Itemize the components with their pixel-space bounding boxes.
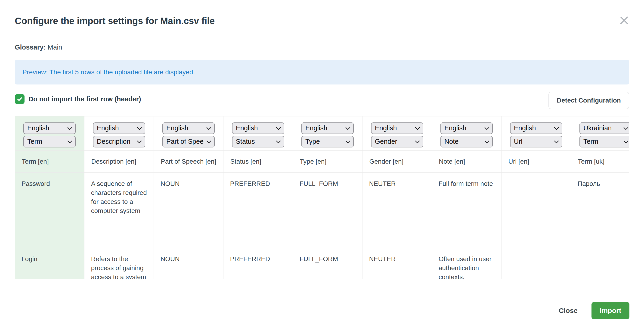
preview-table: EnglishTermEnglishDescriptionEnglishPart… <box>15 116 629 279</box>
column-field-select[interactable]: Status <box>232 136 284 147</box>
glossary-label: Glossary: <box>15 44 46 51</box>
table-cell: NOUN <box>154 173 224 248</box>
column-mapping-cell: EnglishPart of Speech <box>154 116 224 151</box>
table-cell: Password <box>15 173 84 248</box>
column-field-select[interactable]: Description <box>93 136 145 147</box>
select-wrap: English <box>162 122 215 134</box>
table-cell: PREFERRED <box>224 248 293 279</box>
select-wrap: English <box>302 122 354 134</box>
select-wrap: English <box>440 122 493 134</box>
select-wrap: Url <box>510 136 562 147</box>
column-mapping-cell: EnglishGender <box>362 116 432 151</box>
dialog-title: Configure the import settings for Main.c… <box>15 16 215 26</box>
column-mapping-cell: EnglishDescription <box>84 116 154 151</box>
column-header-cell: Term [uk] <box>571 151 629 173</box>
column-language-select[interactable]: Ukrainian <box>580 122 629 134</box>
column-field-select[interactable]: Part of Speech <box>162 136 215 147</box>
column-language-select[interactable]: English <box>162 122 215 134</box>
column-mapping-cell: EnglishStatus <box>224 116 293 151</box>
column-field-select[interactable]: Term <box>580 136 629 147</box>
select-wrap: English <box>371 122 423 134</box>
preview-table-scroll-area[interactable]: EnglishTermEnglishDescriptionEnglishPart… <box>15 116 629 279</box>
detect-configuration-button[interactable]: Detect Configuration <box>548 92 629 109</box>
column-language-select[interactable]: English <box>510 122 562 134</box>
check-icon <box>16 96 23 102</box>
select-wrap: English <box>510 122 562 134</box>
column-mapping-cell: EnglishType <box>293 116 362 151</box>
column-mapping-cell: EnglishUrl <box>502 116 571 151</box>
table-cell: FULL_FORM <box>293 173 362 248</box>
select-wrap: Note <box>440 136 493 147</box>
table-cell: PREFERRED <box>224 173 293 248</box>
import-button[interactable]: Import <box>592 302 630 319</box>
column-field-select[interactable]: Type <box>302 136 354 147</box>
select-wrap: Type <box>302 136 354 147</box>
select-wrap: Gender <box>371 136 423 147</box>
table-cell <box>571 248 629 279</box>
table-cell: Login <box>15 248 84 279</box>
import-settings-dialog: Configure the import settings for Main.c… <box>0 0 644 334</box>
column-header-cell: Status [en] <box>224 151 293 173</box>
column-mapping-cell: UkrainianTerm <box>571 116 629 151</box>
column-header-cell: Gender [en] <box>362 151 432 173</box>
preview-notice-banner: Preview: The first 5 rows of the uploade… <box>15 60 629 85</box>
column-language-select[interactable]: English <box>23 122 76 134</box>
select-wrap: Status <box>232 136 284 147</box>
select-wrap: English <box>93 122 145 134</box>
table-cell: A sequence of characters required for ac… <box>84 173 154 248</box>
preview-notice-text: Preview: The first 5 rows of the uploade… <box>22 68 195 76</box>
select-wrap: Description <box>93 136 145 147</box>
column-header-cell: Term [en] <box>15 151 84 173</box>
column-mapping-cell: EnglishNote <box>432 116 502 151</box>
column-language-select[interactable]: English <box>440 122 493 134</box>
glossary-line: Glossary: Main <box>15 44 62 51</box>
select-wrap: English <box>23 122 76 134</box>
table-cell: NOUN <box>154 248 224 279</box>
column-language-select[interactable]: English <box>302 122 354 134</box>
select-wrap: Ukrainian <box>580 122 629 134</box>
column-header-cell: Description [en] <box>84 151 154 173</box>
header-row-option: Do not import the first row (header) <box>15 94 141 104</box>
select-wrap: Term <box>580 136 629 147</box>
header-checkbox-label[interactable]: Do not import the first row (header) <box>28 95 141 103</box>
close-button[interactable]: Close <box>556 307 580 314</box>
column-field-select[interactable]: Note <box>440 136 493 147</box>
column-header-cell: Type [en] <box>293 151 362 173</box>
table-cell: NEUTER <box>362 173 432 248</box>
table-cell: FULL_FORM <box>293 248 362 279</box>
column-header-cell: Part of Speech [en] <box>154 151 224 173</box>
select-wrap: Part of Speech <box>162 136 215 147</box>
table-cell <box>502 173 571 248</box>
select-wrap: Term <box>23 136 76 147</box>
header-checkbox[interactable] <box>15 94 24 104</box>
column-field-select[interactable]: Gender <box>371 136 423 147</box>
column-language-select[interactable]: English <box>93 122 145 134</box>
column-field-select[interactable]: Url <box>510 136 562 147</box>
table-cell: Refers to the process of gaining access … <box>84 248 154 279</box>
select-wrap: English <box>232 122 284 134</box>
table-cell: NEUTER <box>362 248 432 279</box>
column-header-cell: Note [en] <box>432 151 502 173</box>
close-icon[interactable] <box>618 14 630 26</box>
table-cell: Often used in user authentication contex… <box>432 248 502 279</box>
dialog-footer: Close Import <box>556 302 630 319</box>
column-field-select[interactable]: Term <box>23 136 76 147</box>
table-cell: Full form term note <box>432 173 502 248</box>
column-language-select[interactable]: English <box>232 122 284 134</box>
table-cell: Пароль <box>571 173 629 248</box>
glossary-value: Main <box>48 44 62 51</box>
table-cell <box>502 248 571 279</box>
column-mapping-cell: EnglishTerm <box>15 116 84 151</box>
column-header-cell: Url [en] <box>502 151 571 173</box>
column-language-select[interactable]: English <box>371 122 423 134</box>
